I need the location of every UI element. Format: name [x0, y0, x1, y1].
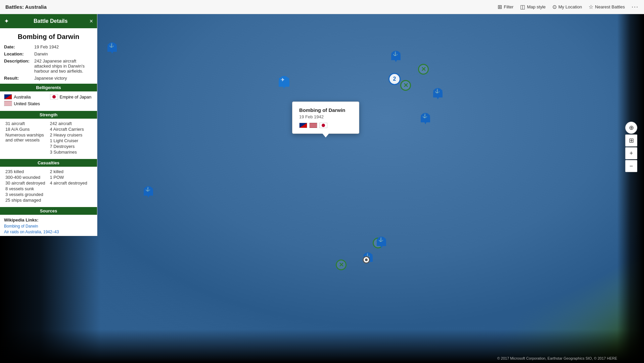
marker-ship-6[interactable] [377, 239, 386, 248]
australia-label: Australia [14, 94, 31, 99]
casualty-item: 25 ships damaged [5, 197, 47, 203]
source-link-airraids[interactable]: Air raids on Australia, 1942–43 [4, 230, 93, 234]
popup-card[interactable]: Bombing of Darwin 19 Feb 1942 [292, 102, 359, 134]
strength-item: 1 Light Cruiser [50, 138, 92, 144]
marker-ship-1[interactable] [107, 44, 117, 54]
marker-ship-2[interactable] [391, 53, 401, 62]
strength-item: 242 aircraft [50, 121, 92, 126]
marker-ship-4[interactable] [421, 115, 430, 124]
casualty-item: 235 killed [5, 169, 47, 174]
ship-pin-6[interactable] [377, 239, 386, 248]
zoom-in-button[interactable]: + [625, 147, 637, 159]
result-label: Result: [4, 76, 34, 81]
marker-x-1[interactable]: ✕ [418, 64, 429, 75]
filter-nav-item[interactable]: ⊞ Filter [498, 4, 513, 10]
flag-australia [4, 94, 12, 99]
axis-side: Empire of Japan [50, 94, 93, 99]
x-marker-2[interactable]: ✕ [400, 80, 411, 91]
strength-item: 18 A/A Guns [5, 126, 47, 132]
popup-flag-au [299, 123, 307, 128]
belligerent-australia: Australia [4, 94, 47, 99]
panel-main-title: Bombing of Darwin [0, 28, 97, 43]
result-row: Result: Japanese victory [0, 75, 97, 82]
filter-label: Filter [504, 4, 513, 9]
map-controls: ⊕ ⊞ + − [625, 122, 637, 172]
marker-plane-darwin[interactable] [279, 78, 289, 89]
strength-grid: 31 aircraft 18 A/A Guns Numerous warship… [0, 119, 97, 157]
map-style-label: Map style [527, 4, 546, 9]
copyright: © 2017 Microsoft Corporation, Earthstar … [497, 356, 617, 360]
compass-button[interactable]: ⊕ [625, 122, 637, 134]
page-title: Battles: Australia [5, 4, 47, 10]
filter-icon: ⊞ [498, 4, 502, 10]
casualty-item: 300-400 wounded [5, 174, 47, 180]
ship-pin-2[interactable] [391, 53, 401, 62]
marker-x-2[interactable]: ✕ [400, 80, 411, 91]
axis-casualties-col: 2 killed 1 POW 4 aircraft destroyed [49, 168, 93, 204]
strength-item: 4 Aircraft Carriers [50, 126, 92, 132]
my-location-nav-item[interactable]: ⊙ My Location [552, 4, 582, 10]
allied-casualties-col: 235 killed 300-400 wounded 30 aircraft d… [4, 168, 49, 204]
marker-num-2[interactable]: 2 [388, 73, 401, 85]
us-label: United States [14, 101, 40, 106]
num-marker-2[interactable]: 2 [388, 73, 401, 85]
ship-pin-1[interactable] [107, 44, 117, 54]
x-marker-4[interactable]: ✕ [336, 259, 347, 270]
strength-header: Strength [0, 111, 97, 119]
popup-date: 19 Feb 1942 [299, 114, 352, 119]
casualty-item: 4 aircraft destroyed [50, 180, 92, 186]
nearest-battles-nav-item[interactable]: ☆ Nearest Battles [589, 4, 625, 10]
belligerent-us: United States [4, 101, 47, 106]
date-row: Date: 19 Feb 1942 [0, 43, 97, 50]
side-panel: ✦ Battle Details × Bombing of Darwin Dat… [0, 14, 97, 236]
casualty-item: 3 vessels grounded [5, 192, 47, 197]
belligerent-japan: Empire of Japan [50, 94, 93, 99]
location-value: Darwin [34, 51, 93, 56]
source-link-darwin[interactable]: Bombing of Darwin [4, 224, 93, 229]
star-icon: ☆ [589, 4, 593, 10]
topbar: Battles: Australia ⊞ Filter ◫ Map style … [0, 0, 644, 14]
x-marker-1[interactable]: ✕ [418, 64, 429, 75]
allied-strength-col: 31 aircraft 18 A/A Guns Numerous warship… [4, 120, 49, 156]
popup-title: Bombing of Darwin [299, 107, 352, 113]
description-label: Description: [4, 58, 34, 74]
marker-ship-5[interactable] [144, 188, 153, 198]
date-label: Date: [4, 44, 34, 49]
zoom-out-button[interactable]: − [625, 160, 637, 172]
flag-us [4, 101, 12, 106]
plane-pin-darwin[interactable] [279, 78, 289, 89]
compass-icon: ✦ [4, 17, 9, 25]
panel-close-button[interactable]: × [89, 18, 93, 25]
map-style-nav-item[interactable]: ◫ Map style [520, 4, 546, 10]
casualties-grid: 235 killed 300-400 wounded 30 aircraft d… [0, 167, 97, 205]
strength-item: 7 Destroyers [50, 144, 92, 149]
casualty-item: 1 POW [50, 174, 92, 180]
nearest-battles-label: Nearest Battles [595, 4, 625, 9]
strength-item: 31 aircraft [5, 121, 47, 126]
nav-items: ⊞ Filter ◫ Map style ⊙ My Location ☆ Nea… [498, 3, 639, 10]
sources-section: Wikipedia Links: Bombing of Darwin Air r… [0, 215, 97, 236]
globe-edge-right [617, 14, 644, 363]
more-options-button[interactable]: ··· [632, 3, 639, 10]
grid-button[interactable]: ⊞ [625, 134, 637, 147]
popup-flag-us [309, 123, 317, 128]
result-value: Japanese victory [34, 76, 93, 81]
marker-x-4[interactable]: ✕ [336, 259, 347, 270]
ship-pin-3[interactable] [433, 90, 443, 99]
location-marker[interactable] [363, 256, 370, 264]
allied-side: Australia United States [4, 94, 47, 106]
axis-strength-col: 242 aircraft 4 Aircraft Carriers 2 Heavy… [49, 120, 93, 156]
belligerents-row: Australia United States Empire of Japan [0, 91, 97, 109]
ship-pin-4[interactable] [421, 115, 430, 124]
marker-location[interactable] [363, 256, 370, 264]
casualty-item: 8 vessels sunk [5, 186, 47, 192]
description-value: 242 Japanese aircraft attacked ships in … [34, 58, 93, 74]
location-row: Location: Darwin [0, 50, 97, 57]
marker-ship-3[interactable] [433, 90, 443, 99]
panel-header-title: Battle Details [34, 18, 67, 24]
ship-pin-5[interactable] [144, 188, 153, 198]
belligerents-header: Belligerents [0, 84, 97, 91]
description-row: Description: 242 Japanese aircraft attac… [0, 57, 97, 75]
strength-item: 2 Heavy cruisers [50, 132, 92, 138]
location-icon: ⊙ [552, 4, 557, 10]
